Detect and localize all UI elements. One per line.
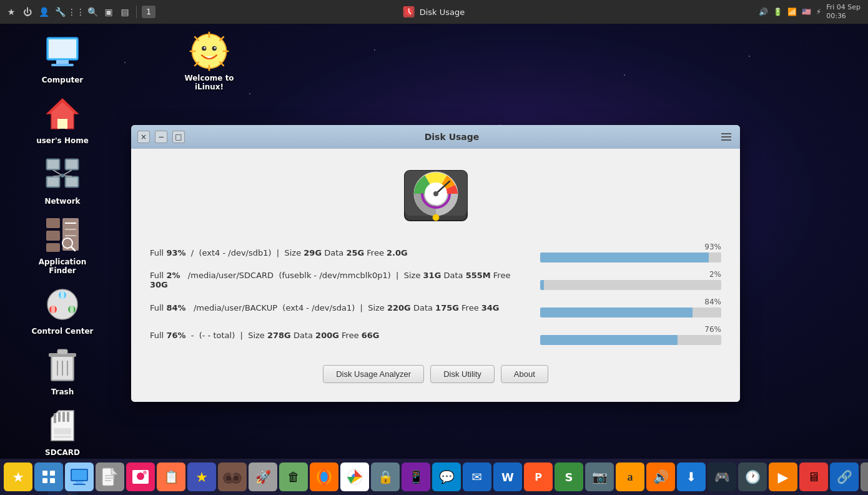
svg-rect-43 [57,349,67,354]
desktop-icon-sdcard[interactable]: SDCARD [19,402,106,460]
workspace-1[interactable]: 1 [142,6,155,18]
svg-line-59 [195,37,198,40]
disk-row-4-bar: 76% [540,325,721,345]
tb-teamviewer[interactable]: 🔗 [830,462,859,491]
svg-point-65 [204,47,205,49]
menu-line-3 [721,139,731,141]
disk-row-3-percent: 84% [704,298,721,306]
taskbar-right: 🔊 🔋 📶 🇺🇸 ⚡ Fri 04 Sep00:36 [751,3,868,21]
svg-line-60 [220,62,223,65]
tb-notes[interactable]: 📋 [157,462,185,491]
search-icon[interactable]: 🔍 [86,6,99,18]
tb-viber[interactable]: 📱 [402,462,430,491]
tb-binoculars[interactable] [218,462,247,491]
minimize-button[interactable]: − [155,131,167,143]
svg-rect-35 [51,306,55,313]
maximize-button[interactable]: □ [172,131,185,143]
svg-rect-3 [56,60,69,64]
svg-rect-2 [49,39,76,58]
tb-photos[interactable] [126,462,155,491]
svg-point-20 [61,174,64,178]
about-button[interactable]: About [501,365,548,383]
tb-amazon[interactable]: a [616,462,644,491]
tb-file-manager-1[interactable] [65,462,94,491]
svg-rect-34 [61,291,64,299]
taskbar-center: Disk Usage [403,6,465,18]
window-menu-button[interactable] [719,129,734,144]
disk-row-1-fill [540,252,709,262]
disk-row-3-bar: 84% [540,298,721,318]
menu-line-1 [721,133,731,134]
tb-qbittorrent[interactable]: ⬇ [677,462,706,491]
tb-steam[interactable]: 🎮 [708,462,736,491]
bluetooth-icon[interactable]: ⚡ [816,8,821,16]
tb-favorites[interactable]: ★ [4,462,32,491]
tb-anydesk[interactable]: 🖥 [799,462,828,491]
control-icon [42,284,82,324]
svg-point-88 [137,472,144,480]
tb-screenshot[interactable]: 📷 [585,462,614,491]
tb-apps[interactable] [34,462,63,491]
user-icon[interactable]: 👤 [37,6,50,18]
desktop-icon-network[interactable]: Network [19,151,106,209]
svg-rect-11 [66,160,77,169]
grid-icon[interactable]: ⋮⋮ [70,6,82,18]
desktop-icon-computer[interactable]: Computer [19,30,106,88]
signal-icon[interactable]: 📶 [787,8,797,16]
svg-rect-77 [42,478,47,483]
tb-protonvpn[interactable]: 🔒 [371,462,400,491]
settings-icon[interactable]: 🔧 [54,6,66,18]
app-icon [403,6,415,18]
tb-mediaplayer[interactable]: ▶ [769,462,797,491]
svg-rect-9 [47,160,59,169]
disk-usage-analyzer-button[interactable]: Disk Usage Analyzer [323,365,424,383]
tb-thunderbird[interactable]: ✉ [463,462,491,491]
desktop-icon-control[interactable]: Control Center [19,281,106,339]
tb-sheets[interactable]: S [555,462,583,491]
tb-launcher[interactable]: 🚀 [249,462,277,491]
window-icon[interactable]: ▣ [102,6,115,18]
svg-rect-15 [66,178,77,186]
tb-recycle[interactable]: ♻ [861,462,868,491]
menu-icon[interactable]: ▤ [119,6,131,18]
flag-icon[interactable]: 🇺🇸 [802,8,811,16]
star-icon[interactable]: ★ [5,6,17,18]
svg-rect-13 [47,178,59,186]
tb-chrome[interactable] [340,462,369,491]
desktop: ★ ⏻ 👤 🔧 ⋮⋮ 🔍 ▣ ▤ 1 Disk Usage 🔊 🔋 📶 [0,0,868,495]
svg-rect-82 [73,484,86,485]
svg-rect-4 [51,64,74,66]
desktop-icon-appfinder[interactable]: Application Finder [19,212,106,278]
desktop-icon-trash[interactable]: Trash [19,342,106,399]
tb-trash[interactable]: 🗑 [279,462,308,491]
home-icon [42,94,82,134]
tb-taskmanager[interactable]: ★ [187,462,216,491]
taskbar-left: ★ ⏻ 👤 🔧 ⋮⋮ 🔍 ▣ ▤ 1 [0,6,751,18]
close-button[interactable]: × [137,131,150,143]
desktop-icon-home[interactable]: user's Home [19,91,106,148]
power-icon[interactable]: ⏻ [21,6,34,18]
tb-word[interactable]: W [493,462,522,491]
battery-icon[interactable]: 🔋 [773,8,782,16]
disk-row-1-bar: 93% [540,242,721,262]
tb-firefox[interactable] [310,462,338,491]
disk-row-3-bg [540,308,721,318]
desktop-icon-welcome[interactable]: Welcome to iLinux! [172,31,247,91]
appfinder-icon [42,215,82,255]
disk-utility-button[interactable]: Disk Utility [430,365,495,383]
svg-rect-92 [230,473,234,478]
svg-point-93 [226,476,231,481]
svg-rect-46 [62,412,65,422]
disk-row-3-fill [540,308,693,318]
button-row: Disk Usage Analyzer Disk Utility About [150,365,721,389]
tb-wps[interactable]: P [524,462,553,491]
tb-vlc[interactable]: 🔊 [646,462,675,491]
disk-row-1-percent: 93% [704,242,721,251]
window-content: Full 93% / (ext4 - /dev/sdb1) | Size 29G… [131,149,740,402]
svg-rect-78 [50,478,55,483]
volume-icon[interactable]: 🔊 [759,8,768,16]
tb-skype[interactable]: 💬 [432,462,461,491]
trash-label: Trash [51,388,74,396]
tb-timeshift[interactable]: 🕐 [738,462,767,491]
tb-files[interactable] [96,462,124,491]
